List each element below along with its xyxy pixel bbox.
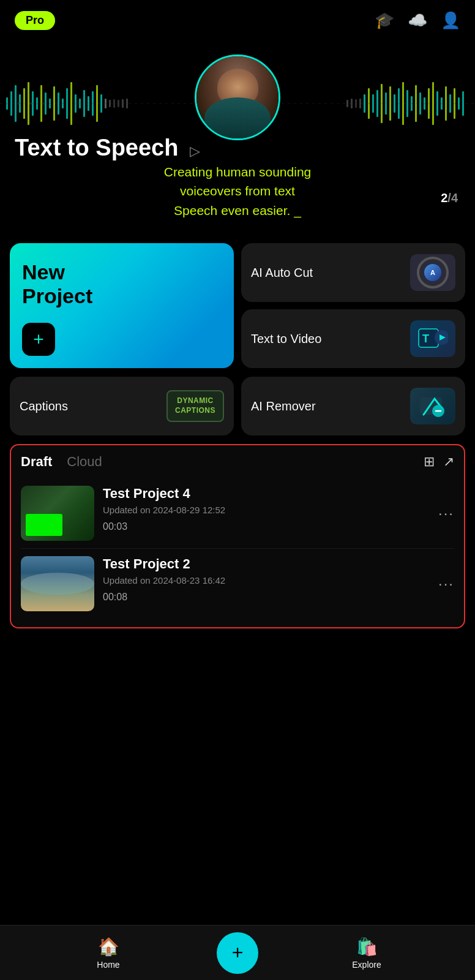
project-2-name: Test Project 2 bbox=[103, 556, 430, 572]
cloud-icon[interactable]: ☁️ bbox=[408, 11, 427, 30]
text-video-icon-inner: T bbox=[410, 320, 455, 357]
tab-cloud[interactable]: Cloud bbox=[67, 454, 102, 470]
avatar-face bbox=[196, 56, 279, 138]
bottom-features-grid: Captions DYNAMIC CAPTIONS AI Remover bbox=[10, 377, 465, 435]
hero-banner: Text to Speech ▷ Creating human sounding… bbox=[0, 36, 475, 232]
grid-view-icon[interactable]: ⊞ bbox=[424, 454, 435, 470]
hero-title: Text to Speech bbox=[15, 135, 178, 160]
new-project-button[interactable]: + bbox=[22, 323, 55, 356]
text-to-video-label: Text to Video bbox=[251, 332, 321, 346]
svg-rect-56 bbox=[449, 94, 451, 113]
draft-section: Draft Cloud ⊞ ↗ Test Project 4 Updated o… bbox=[10, 444, 465, 628]
svg-rect-11 bbox=[53, 86, 55, 121]
thumb-green-screen bbox=[21, 486, 94, 541]
text-to-video-card[interactable]: Text to Video T bbox=[241, 309, 465, 368]
project-4-name: Test Project 4 bbox=[103, 486, 430, 502]
captions-label: Captions bbox=[20, 399, 68, 413]
pro-badge[interactable]: Pro bbox=[15, 11, 55, 30]
svg-rect-5 bbox=[28, 82, 29, 125]
hero-play-circle[interactable]: ▷ bbox=[190, 143, 200, 159]
svg-rect-35 bbox=[359, 99, 361, 108]
ai-auto-cut-icon-inner: A bbox=[410, 254, 455, 291]
hero-subtitle-2: voiceovers from text bbox=[180, 184, 295, 198]
new-project-card[interactable]: NewProject + bbox=[10, 243, 234, 368]
nav-explore-label: Explore bbox=[352, 960, 381, 970]
svg-rect-52 bbox=[432, 82, 434, 125]
svg-rect-39 bbox=[376, 90, 378, 117]
mortarboard-icon[interactable]: 🎓 bbox=[375, 11, 394, 30]
dynamic-captions-line2: CAPTIONS bbox=[175, 406, 215, 416]
main-content: NewProject + AI Auto Cut A Text to Video… bbox=[0, 232, 475, 699]
ai-remover-icon-inner bbox=[410, 388, 455, 424]
page-indicator: 2/4 bbox=[441, 191, 458, 205]
dynamic-captions-badge: DYNAMIC CAPTIONS bbox=[166, 390, 224, 421]
draft-tab-icons: ⊞ ↗ bbox=[424, 454, 454, 470]
ai-auto-cut-badge: A bbox=[424, 264, 441, 281]
page-total: 4 bbox=[451, 191, 458, 205]
explore-icon: 🛍️ bbox=[356, 937, 378, 957]
avatar bbox=[195, 55, 280, 140]
ai-auto-cut-card[interactable]: AI Auto Cut A bbox=[241, 243, 465, 302]
dynamic-captions-line1: DYNAMIC bbox=[175, 396, 215, 406]
project-4-duration: 00:03 bbox=[103, 521, 430, 532]
ai-remover-icon bbox=[410, 388, 455, 424]
svg-rect-32 bbox=[346, 100, 348, 107]
nav-home[interactable]: 🏠 Home bbox=[0, 937, 217, 970]
ai-remover-label: AI Remover bbox=[251, 399, 316, 413]
top-header: Pro 🎓 ☁️ 👤 bbox=[0, 0, 475, 36]
project-2-info: Test Project 2 Updated on 2024-08-23 16:… bbox=[103, 556, 430, 603]
project-4-more-button[interactable]: ··· bbox=[438, 505, 454, 522]
project-item[interactable]: Test Project 2 Updated on 2024-08-23 16:… bbox=[21, 549, 454, 619]
header-icons: 🎓 ☁️ 👤 bbox=[375, 11, 460, 30]
home-icon: 🏠 bbox=[98, 937, 119, 957]
svg-text:T: T bbox=[422, 333, 429, 345]
svg-rect-18 bbox=[83, 90, 85, 117]
hero-subtitle-1: Creating human sounding bbox=[164, 165, 312, 179]
nav-explore[interactable]: 🛍️ Explore bbox=[258, 937, 475, 970]
project-4-date: Updated on 2024-08-29 12:52 bbox=[103, 505, 430, 515]
thumb-beach bbox=[21, 556, 94, 611]
hero-text-area: Text to Speech ▷ Creating human sounding… bbox=[0, 135, 475, 220]
page-current: 2 bbox=[441, 191, 447, 205]
bottom-nav: 🏠 Home + 🛍️ Explore bbox=[0, 925, 475, 980]
new-project-title: NewProject bbox=[22, 260, 222, 308]
svg-rect-42 bbox=[389, 86, 391, 121]
project-2-duration: 00:08 bbox=[103, 592, 430, 603]
svg-rect-36 bbox=[364, 94, 365, 113]
ai-auto-cut-label: AI Auto Cut bbox=[251, 266, 313, 280]
project-4-info: Test Project 4 Updated on 2024-08-29 12:… bbox=[103, 486, 430, 532]
svg-rect-45 bbox=[402, 82, 404, 125]
draft-tabs: Draft Cloud ⊞ ↗ bbox=[21, 454, 454, 470]
nav-home-label: Home bbox=[97, 960, 119, 970]
svg-rect-55 bbox=[445, 86, 447, 121]
svg-rect-15 bbox=[70, 82, 72, 125]
text-to-video-icon: T bbox=[410, 320, 455, 357]
svg-rect-2 bbox=[15, 85, 17, 122]
project-2-date: Updated on 2024-08-23 16:42 bbox=[103, 575, 430, 586]
svg-rect-59 bbox=[462, 91, 464, 116]
captions-card[interactable]: Captions DYNAMIC CAPTIONS bbox=[10, 377, 234, 435]
project-2-thumbnail bbox=[21, 556, 94, 611]
svg-rect-21 bbox=[96, 85, 98, 122]
svg-rect-12 bbox=[58, 92, 59, 115]
project-item[interactable]: Test Project 4 Updated on 2024-08-29 12:… bbox=[21, 478, 454, 549]
svg-rect-22 bbox=[100, 94, 102, 113]
svg-rect-46 bbox=[406, 90, 408, 117]
profile-icon[interactable]: 👤 bbox=[441, 11, 460, 30]
project-2-more-button[interactable]: ··· bbox=[438, 575, 454, 592]
svg-rect-25 bbox=[113, 99, 115, 108]
nav-add-button[interactable]: + bbox=[217, 932, 258, 974]
export-icon[interactable]: ↗ bbox=[443, 454, 454, 470]
svg-rect-28 bbox=[126, 99, 128, 108]
tab-draft[interactable]: Draft bbox=[21, 454, 52, 470]
ai-remover-card[interactable]: AI Remover bbox=[241, 377, 465, 435]
svg-rect-1 bbox=[10, 91, 12, 116]
ai-auto-cut-icon: A bbox=[410, 254, 455, 291]
svg-rect-49 bbox=[419, 92, 421, 115]
hero-subtitle-3: Speech even easier. _ bbox=[174, 203, 301, 217]
features-grid: NewProject + AI Auto Cut A Text to Video… bbox=[10, 243, 465, 368]
project-4-thumbnail bbox=[21, 486, 94, 541]
